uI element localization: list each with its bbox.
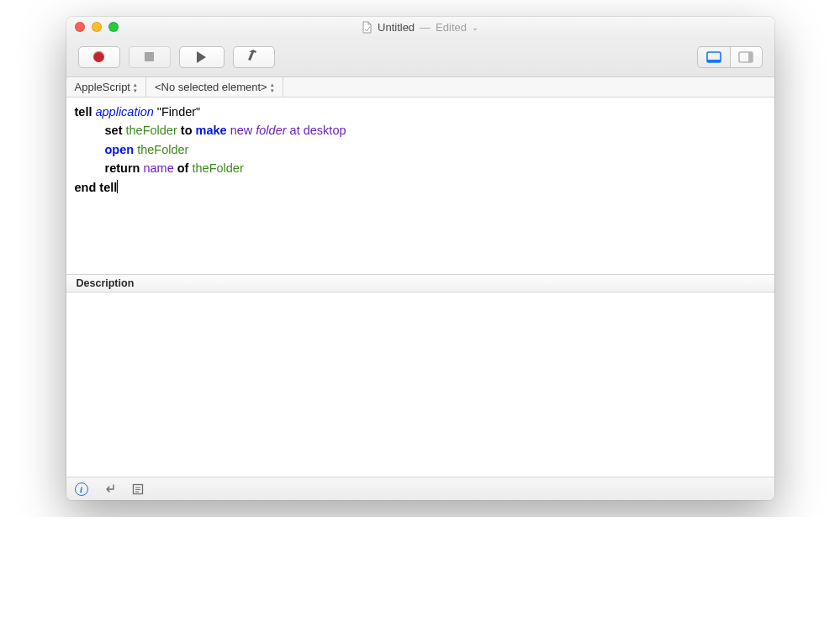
description-body[interactable]	[66, 293, 774, 477]
kw-end-tell: end tell	[75, 181, 118, 194]
navbar-spacer	[283, 77, 774, 97]
svg-rect-1	[707, 60, 721, 62]
log-button[interactable]	[132, 483, 144, 495]
info-icon: i	[80, 484, 82, 494]
titlebar[interactable]: Untitled — Edited ⌄	[66, 17, 774, 37]
language-popup[interactable]: AppleScript ▴▾	[66, 77, 146, 97]
chevron-down-icon: ⌄	[472, 23, 478, 32]
compile-button[interactable]	[233, 46, 275, 68]
svg-rect-3	[748, 52, 753, 62]
stop-icon	[145, 52, 154, 61]
description-label: Description	[77, 277, 135, 289]
view-toggle	[697, 46, 763, 68]
string-finder: "Finder"	[157, 105, 200, 119]
code-editor[interactable]: tell application "Finder"set theFolder t…	[66, 98, 774, 274]
window-title: Untitled — Edited ⌄	[66, 21, 774, 34]
prop-desktop: desktop	[304, 124, 346, 137]
return-icon	[103, 483, 117, 495]
document-state: Edited	[436, 21, 467, 34]
split-view-icon	[738, 51, 753, 63]
stepper-icon: ▴▾	[134, 82, 137, 93]
element-label: <No selected element>	[155, 81, 267, 93]
document-icon	[362, 21, 372, 34]
title-separator: —	[420, 21, 431, 34]
stop-button[interactable]	[129, 46, 171, 68]
script-editor-window: Untitled — Edited ⌄	[66, 17, 774, 500]
editor-view-icon	[706, 51, 721, 63]
minimize-button[interactable]	[92, 22, 102, 32]
var-thefolder: theFolder	[126, 124, 177, 137]
navigation-bar: AppleScript ▴▾ <No selected element> ▴▾	[66, 77, 774, 98]
kw-return: return	[105, 161, 140, 175]
editor-view-button[interactable]	[698, 47, 730, 67]
code-line-2: set theFolder to make new folder at desk…	[105, 121, 766, 140]
kw-at: at	[290, 124, 300, 137]
record-button[interactable]	[78, 46, 120, 68]
language-label: AppleScript	[75, 81, 130, 93]
close-button[interactable]	[75, 22, 85, 32]
status-bar: i	[66, 477, 774, 500]
kw-application: application	[95, 105, 153, 119]
var-thefolder: theFolder	[137, 143, 188, 156]
run-button[interactable]	[179, 46, 225, 68]
var-thefolder: theFolder	[192, 161, 243, 175]
toolbar	[66, 37, 774, 77]
stepper-icon: ▴▾	[271, 82, 274, 93]
result-button[interactable]	[103, 483, 117, 495]
zoom-button[interactable]	[108, 22, 119, 32]
code-line-4: return name of theFolder	[105, 159, 766, 177]
hammer-icon	[246, 49, 262, 66]
kw-set: set	[105, 124, 123, 137]
description-header[interactable]: Description	[66, 274, 774, 293]
play-icon	[197, 51, 206, 63]
class-folder: folder	[256, 124, 286, 137]
code-line-1: tell application "Finder"	[75, 103, 766, 121]
text-cursor	[117, 180, 118, 193]
code-line-3: open theFolder	[105, 140, 766, 159]
prop-name: name	[143, 161, 173, 175]
kw-open: open	[105, 143, 135, 156]
kw-tell: tell	[75, 105, 92, 119]
split-view-button[interactable]	[730, 47, 762, 67]
kw-make: make	[196, 124, 227, 137]
kw-of: of	[177, 161, 189, 175]
record-icon	[93, 51, 104, 62]
element-popup[interactable]: <No selected element> ▴▾	[146, 77, 283, 97]
document-name: Untitled	[378, 21, 415, 34]
log-icon	[132, 483, 144, 495]
traffic-lights	[75, 22, 119, 32]
kw-new: new	[230, 124, 253, 137]
info-button[interactable]: i	[75, 483, 88, 496]
kw-to: to	[181, 124, 193, 137]
code-line-5: end tell	[75, 178, 766, 197]
